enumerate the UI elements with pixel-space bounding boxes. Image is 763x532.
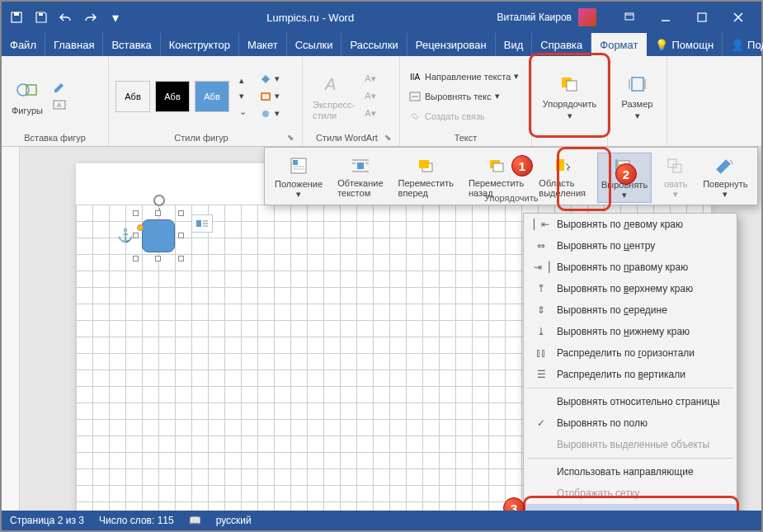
avatar[interactable]: [578, 8, 596, 26]
minimize-icon[interactable]: [649, 5, 682, 30]
style-preset-2[interactable]: Абв: [155, 81, 190, 112]
edit-shape-icon[interactable]: [51, 80, 68, 95]
selected-shape[interactable]: [135, 213, 181, 259]
group-arrange: Упорядочить▾: [532, 56, 608, 146]
status-page[interactable]: Страница 2 из 3: [10, 515, 84, 526]
bring-forward-button[interactable]: Переместить вперед: [395, 153, 457, 203]
menu-align-center[interactable]: ⇔Выровнять по центру: [524, 235, 737, 257]
close-icon[interactable]: [722, 5, 755, 30]
resize-handle[interactable]: [178, 210, 184, 216]
tab-view[interactable]: Вид: [496, 33, 533, 56]
ribbon: Фигуры A Вставка фигур Абв Абв Абв ▴ ▾ ⌄…: [2, 56, 761, 147]
rotate-button[interactable]: Повернуть▾: [699, 153, 751, 203]
align-menu: ▏⇤Выровнять по левому краю ⇔Выровнять по…: [523, 213, 737, 511]
menu-use-guides[interactable]: Использовать направляющие: [524, 461, 737, 483]
layout-options-button[interactable]: [191, 214, 213, 233]
svg-rect-17: [196, 220, 201, 227]
autosave-icon[interactable]: [8, 9, 25, 26]
style-preset-1[interactable]: Абв: [115, 81, 150, 112]
separator: [527, 458, 733, 459]
tab-file[interactable]: Файл: [2, 33, 45, 56]
selection-pane-button[interactable]: Область выделения: [535, 153, 589, 203]
status-proof-icon[interactable]: 📖: [189, 515, 201, 526]
text-outline-icon[interactable]: A▾: [363, 89, 377, 103]
menu-distribute-v[interactable]: ☰Распределить по вертикали: [524, 364, 737, 385]
menu-align-top[interactable]: ⤒Выровнять по верхнему краю: [524, 278, 737, 299]
rotate-handle[interactable]: [153, 195, 165, 206]
tab-home[interactable]: Главная: [45, 33, 103, 56]
adjustment-handle[interactable]: [137, 224, 144, 231]
arrange-icon: [557, 71, 583, 97]
menu-grid-settings[interactable]: ⊞Параметры сетки...: [524, 504, 737, 511]
resize-handle[interactable]: [155, 210, 161, 216]
size-button[interactable]: Размер▾: [619, 68, 657, 125]
group-text: IIAНаправление текста ▾ Выровнять текс ▾…: [400, 56, 532, 146]
rounded-rectangle-shape[interactable]: [142, 219, 175, 252]
svg-rect-20: [357, 162, 364, 169]
shapes-icon: [14, 78, 40, 104]
resize-handle[interactable]: [155, 256, 161, 261]
menu-align-page[interactable]: Выровнять относительно страницы: [524, 391, 737, 412]
vertical-ruler[interactable]: [2, 147, 20, 511]
redo-icon[interactable]: [82, 9, 99, 26]
tab-insert[interactable]: Вставка: [103, 33, 160, 56]
gallery-more-icon[interactable]: ⌄: [238, 105, 248, 119]
undo-icon[interactable]: [58, 9, 74, 26]
tab-review[interactable]: Рецензирован: [407, 33, 496, 56]
position-button[interactable]: Положение▾: [271, 153, 326, 203]
align-middle-icon: ⇕: [534, 304, 549, 317]
shape-effects-icon[interactable]: ▾: [258, 106, 281, 120]
user-name: Виталий Каиров: [497, 12, 572, 23]
align-center-icon: ⇔: [534, 239, 549, 252]
text-direction-button[interactable]: IIAНаправление текста ▾: [407, 69, 520, 84]
wrap-text-button[interactable]: Обтекание текстом: [334, 153, 386, 203]
qat-dropdown-icon[interactable]: ▾: [107, 9, 124, 26]
shapes-button[interactable]: Фигуры: [8, 74, 46, 119]
resize-handle[interactable]: [178, 256, 184, 261]
status-language[interactable]: русский: [216, 515, 252, 526]
tab-design[interactable]: Конструктор: [161, 33, 239, 56]
shape-fill-icon[interactable]: ▾: [258, 72, 281, 86]
gallery-down-icon[interactable]: ▾: [238, 89, 248, 103]
tab-format[interactable]: Формат: [591, 33, 647, 56]
dialog-launcher-icon[interactable]: ⬊: [287, 133, 295, 144]
text-box-icon[interactable]: A: [51, 97, 68, 112]
svg-rect-16: [632, 78, 643, 91]
arrange-button[interactable]: Упорядочить▾: [539, 68, 600, 125]
shape-outline-icon[interactable]: ▾: [258, 89, 281, 103]
menu-align-bottom[interactable]: ⤓Выровнять по нижнему краю: [524, 321, 737, 342]
gallery-up-icon[interactable]: ▴: [238, 73, 248, 87]
align-bottom-icon: ⤓: [534, 325, 549, 338]
statusbar: Страница 2 из 3 Число слов: 115 📖 русски…: [2, 511, 761, 530]
resize-handle[interactable]: [178, 233, 184, 238]
menu-align-middle[interactable]: ⇕Выровнять по середине: [524, 299, 737, 321]
user-area[interactable]: Виталий Каиров: [497, 8, 596, 26]
menu-align-selected: Выровнять выделенные объекты: [524, 434, 737, 455]
status-words[interactable]: Число слов: 115: [99, 515, 174, 526]
ribbon-options-icon[interactable]: [613, 5, 646, 30]
text-effects-icon[interactable]: A▾: [363, 106, 377, 120]
tab-help[interactable]: Справка: [532, 33, 591, 56]
menu-align-margin[interactable]: ✓Выровнять по полю: [524, 412, 737, 434]
menu-align-right[interactable]: ⇥▕Выровнять по правому краю: [524, 257, 737, 278]
align-text-button[interactable]: Выровнять текс ▾: [407, 89, 502, 104]
tell-me[interactable]: 💡Помощн: [647, 33, 723, 56]
save-icon[interactable]: [33, 9, 49, 26]
svg-rect-29: [673, 164, 681, 172]
resize-handle[interactable]: [133, 210, 139, 216]
tab-references[interactable]: Ссылки: [287, 33, 342, 56]
svg-rect-28: [668, 159, 676, 167]
share-button[interactable]: 👤Поделиться: [723, 33, 763, 56]
menu-distribute-h[interactable]: ⫿⫿Распределить по горизонтали: [524, 342, 737, 364]
tab-mailings[interactable]: Рассылки: [341, 33, 407, 56]
dialog-launcher-icon[interactable]: ⬊: [384, 133, 393, 144]
document-area[interactable]: ⚓ Положение▾ Обтекание текстом Перемести…: [2, 147, 761, 511]
tab-layout[interactable]: Макет: [239, 33, 287, 56]
menu-align-left[interactable]: ▏⇤Выровнять по левому краю: [524, 214, 737, 235]
resize-handle[interactable]: [133, 233, 139, 238]
maximize-icon[interactable]: [685, 5, 718, 30]
style-preset-3[interactable]: Абв: [195, 81, 229, 112]
text-fill-icon[interactable]: A▾: [363, 72, 377, 86]
express-styles-button[interactable]: A Экспресс- стили: [309, 68, 358, 123]
resize-handle[interactable]: [133, 256, 139, 261]
